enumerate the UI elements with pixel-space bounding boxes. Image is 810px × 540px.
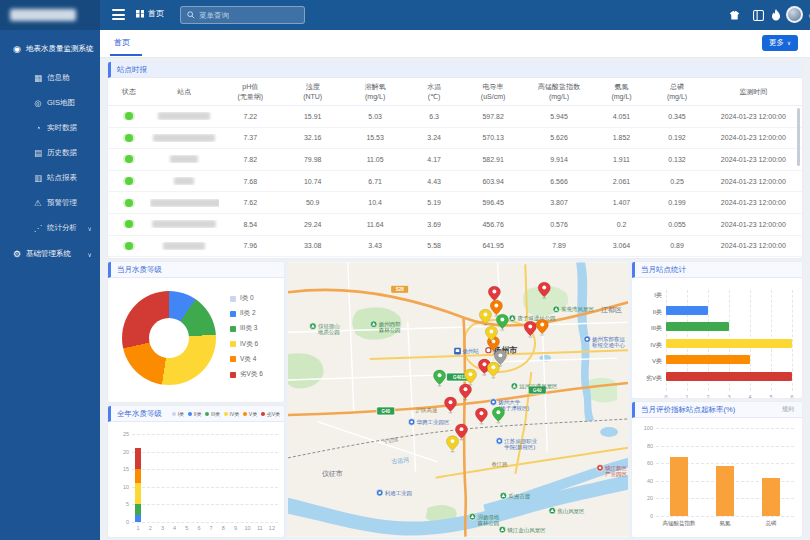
sidebar-item-label: 实时数据: [47, 123, 77, 133]
search-icon: [187, 11, 195, 19]
cell-value: 0.132: [649, 156, 705, 163]
sidebar-group-icon: ◉: [11, 44, 23, 54]
station-name-redacted: [150, 134, 219, 142]
station-name-redacted: [150, 155, 219, 163]
legend-item[interactable]: I类 0: [230, 294, 254, 303]
y-tick: 40: [636, 478, 653, 484]
x-tick: 12: [268, 525, 276, 531]
map-poi-label: 华腾工业园区: [417, 419, 450, 426]
cell-value: 1.407: [594, 199, 650, 206]
cell-value: 10.4: [344, 199, 406, 206]
table-row[interactable]: 7.6810.746.714.43603.946.5662.0610.25202…: [108, 171, 802, 193]
sidebar-item-info-dashboard[interactable]: ▦ 信息舱: [0, 68, 100, 88]
x-tick: 10: [244, 525, 252, 531]
cell-value: 456.76: [462, 221, 524, 228]
y-category: I类: [636, 291, 662, 300]
cell-value: 5.58: [406, 242, 462, 249]
breadcrumb[interactable]: 首页: [136, 8, 164, 19]
legend-item[interactable]: V类 4: [230, 355, 256, 364]
x-tick: 0: [662, 394, 670, 398]
legend-swatch: [243, 412, 247, 416]
x-tick: 6: [788, 394, 796, 398]
legend-item[interactable]: II类 2: [230, 309, 256, 318]
legend-item[interactable]: V类: [243, 411, 257, 417]
gridline: [132, 434, 278, 435]
more-button[interactable]: 更多∨: [762, 35, 798, 51]
avatar[interactable]: [786, 6, 803, 23]
sidebar-item-label: 信息舱: [47, 73, 70, 83]
menu-search-box[interactable]: [180, 6, 305, 24]
legend-swatch: [230, 326, 236, 332]
table-scrollbar[interactable]: [797, 108, 800, 166]
legend-swatch: [188, 412, 192, 416]
home-grid-icon: [136, 10, 144, 18]
legend-item[interactable]: II类: [188, 411, 201, 417]
y-category: II类: [636, 308, 662, 317]
monthly-quality-panel: 当月水质等级 I类 0II类 2III类 3IV类 6V类 4劣V类 6: [108, 262, 284, 402]
layout-columns-icon[interactable]: [750, 7, 766, 23]
gridline: [656, 446, 794, 447]
sidebar-item-label: 预警管理: [47, 198, 77, 208]
table-row[interactable]: 7.6250.910.45.19596.453.8071.4070.199202…: [108, 192, 802, 214]
cell-value: 5.19: [406, 199, 462, 206]
sidebar-group-1[interactable]: ⚙ 基础管理系统 ∨: [0, 243, 100, 265]
table-row[interactable]: 7.2215.915.036.3597.825.9454.0510.345202…: [108, 106, 802, 128]
sidebar-group-label: 基础管理系统: [26, 249, 71, 259]
legend-item[interactable]: I类: [172, 411, 184, 417]
column-header: 氨氮(mg/L): [594, 82, 650, 101]
legend-item[interactable]: 劣V类 6: [230, 370, 263, 379]
cell-value: 2024-01-23 12:00:00: [705, 113, 802, 120]
table-row[interactable]: 7.8279.9811.054.17582.919.9141.9110.1322…: [108, 149, 802, 171]
exceed-rate-rules-link[interactable]: 规则: [782, 405, 794, 414]
map-poi[interactable]: 瓜洲古渡: [500, 492, 531, 499]
cell-value: 9.914: [524, 156, 593, 163]
map-poi[interactable]: 扬州站: [454, 348, 479, 355]
table-row[interactable]: 7.9633.083.435.58641.957.893.0640.892024…: [108, 236, 802, 258]
logo-strip: [0, 0, 100, 30]
monthly-station-stats-panel: 当月站点统计 0 1 2 3 4 5 6I类II类III类IV类V类劣V类: [632, 262, 802, 398]
gridline: [132, 522, 278, 523]
status-dot: [108, 220, 150, 228]
map-poi[interactable]: 利通工业园: [376, 489, 412, 496]
map-poi-label: 扬州东部客运枢纽交通中心: [592, 336, 625, 348]
map-poi[interactable]: 焦山风景区: [549, 507, 585, 514]
x-tick: 5: [767, 394, 775, 398]
legend-item[interactable]: III类 3: [230, 324, 257, 333]
sidebar-item-label: 统计分析: [47, 223, 77, 233]
station-map[interactable]: G40G40G4011S28 扬州西郊森林公园仪征捺山地质公园唐子城遗址公园茱萸…: [288, 262, 628, 537]
legend-swatch: [230, 296, 236, 302]
theme-skin-icon[interactable]: [726, 7, 742, 23]
sidebar-item-realtime-data[interactable]: ◔ 实时数据: [0, 118, 100, 138]
sidebar-item-station-report[interactable]: ▥ 站点报表: [0, 168, 100, 188]
bar-segment: [135, 515, 141, 522]
legend-swatch: [230, 372, 236, 378]
x-tick: 3: [158, 525, 166, 531]
x-category: 总磷: [747, 520, 795, 527]
sidebar-group-0[interactable]: ◉ 地表水质量监测系统 ∧: [0, 38, 100, 60]
map-poi-label: 利通工业园: [385, 490, 412, 497]
legend-item[interactable]: IV类 6: [230, 340, 258, 349]
cell-value: 3.43: [344, 242, 406, 249]
panel-title-station-stats: 当月站点统计: [632, 262, 802, 278]
table-body: 7.2215.915.036.3597.825.9454.0510.345202…: [108, 106, 802, 257]
hamburger-menu-icon[interactable]: [112, 9, 125, 20]
tab-home[interactable]: 首页: [114, 37, 130, 48]
sidebar-item-alert-management[interactable]: ⚠ 预警管理: [0, 193, 100, 213]
search-input[interactable]: [199, 11, 289, 20]
legend-swatch: [172, 412, 176, 416]
flame-icon[interactable]: [768, 7, 784, 23]
legend-item[interactable]: 劣V类: [261, 411, 280, 417]
cell-value: 2024-01-23 12:00:00: [705, 134, 802, 141]
legend-item[interactable]: IV类: [224, 411, 239, 417]
sidebar-item-statistics-analysis[interactable]: ⋰ 统计分析∨: [0, 218, 100, 238]
table-row[interactable]: 8.5429.2411.643.69456.760.5760.20.055202…: [108, 214, 802, 236]
sidebar: ◉ 地表水质量监测系统 ∧▦ 信息舱◎ GIS地图◔ 实时数据▤ 历史数据▥ 站…: [0, 0, 100, 540]
cell-value: 50.9: [281, 199, 343, 206]
sidebar-item-history-data[interactable]: ▤ 历史数据: [0, 143, 100, 163]
gridline: [132, 452, 278, 453]
column-header: 高锰酸盐指数(mg/L): [524, 82, 593, 101]
legend-item[interactable]: III类: [205, 411, 220, 417]
sidebar-item-gis-map[interactable]: ◎ GIS地图: [0, 93, 100, 113]
table-row[interactable]: 7.3732.1615.533.24570.135.6261.8520.1922…: [108, 128, 802, 150]
chevron-down-icon: ∨: [787, 40, 791, 46]
